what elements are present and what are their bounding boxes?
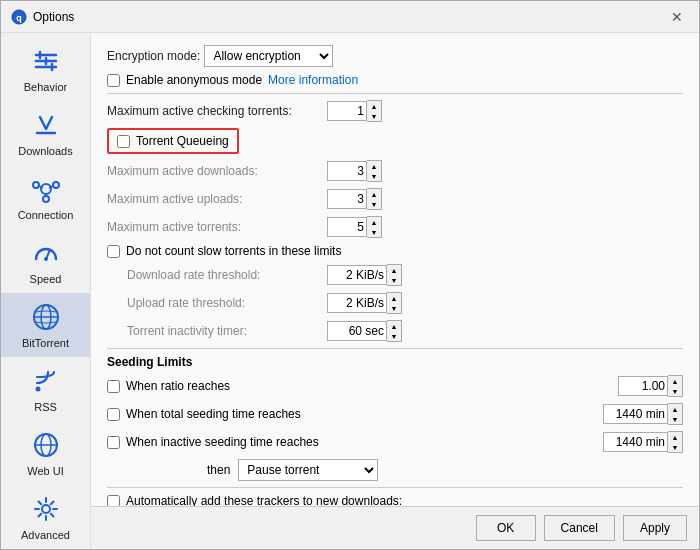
- seeding-time-arrows: ▲ ▼: [668, 403, 683, 425]
- max-uploads-up[interactable]: ▲: [367, 189, 381, 199]
- max-downloads-up[interactable]: ▲: [367, 161, 381, 171]
- svg-point-25: [42, 505, 50, 513]
- apply-button[interactable]: Apply: [623, 515, 687, 541]
- max-uploads-down[interactable]: ▼: [367, 199, 381, 209]
- max-torrents-input[interactable]: 5: [327, 217, 367, 237]
- ratio-input[interactable]: 1.00: [618, 376, 668, 396]
- max-downloads-down[interactable]: ▼: [367, 171, 381, 181]
- upload-rate-up[interactable]: ▲: [387, 293, 401, 303]
- max-torrents-up[interactable]: ▲: [367, 217, 381, 227]
- max-torrents-row: Maximum active torrents: 5 ▲ ▼: [107, 216, 683, 238]
- sidebar: Behavior Downloads: [1, 33, 91, 549]
- max-downloads-label: Maximum active downloads:: [107, 164, 327, 178]
- title-bar-left: q Options: [11, 9, 74, 25]
- max-downloads-spinbox: 3 ▲ ▼: [327, 160, 382, 182]
- no-slow-row: Do not count slow torrents in these limi…: [107, 244, 683, 258]
- then-label: then: [207, 463, 230, 477]
- close-button[interactable]: ✕: [665, 7, 689, 27]
- download-rate-down[interactable]: ▼: [387, 275, 401, 285]
- connection-label: Connection: [18, 209, 74, 221]
- download-rate-up[interactable]: ▲: [387, 265, 401, 275]
- max-torrents-arrows: ▲ ▼: [367, 216, 382, 238]
- inactivity-input[interactable]: 60 sec: [327, 321, 387, 341]
- encryption-mode-select[interactable]: Allow encryptionForce encryptionDisable …: [204, 45, 333, 67]
- max-uploads-input[interactable]: 3: [327, 189, 367, 209]
- sidebar-item-advanced[interactable]: Advanced: [1, 485, 90, 549]
- inactive-seeding-checkbox[interactable]: [107, 436, 120, 449]
- advanced-label: Advanced: [21, 529, 70, 541]
- download-rate-label: Download rate threshold:: [107, 268, 327, 282]
- max-checking-down[interactable]: ▼: [367, 111, 381, 121]
- inactivity-up[interactable]: ▲: [387, 321, 401, 331]
- max-downloads-input[interactable]: 3: [327, 161, 367, 181]
- seeding-time-spinbox: 1440 min ▲ ▼: [603, 403, 683, 425]
- encryption-mode-row: Encryption mode: Allow encryptionForce e…: [107, 45, 683, 67]
- inactivity-row: Torrent inactivity timer: 60 sec ▲ ▼: [107, 320, 683, 342]
- sidebar-item-bittorrent[interactable]: BitTorrent: [1, 293, 90, 357]
- auto-trackers-label: Automatically add these trackers to new …: [126, 494, 402, 506]
- upload-rate-input[interactable]: 2 KiB/s: [327, 293, 387, 313]
- upload-rate-row: Upload rate threshold: 2 KiB/s ▲ ▼: [107, 292, 683, 314]
- inactive-seeding-arrows: ▲ ▼: [668, 431, 683, 453]
- max-torrents-label: Maximum active torrents:: [107, 220, 327, 234]
- max-downloads-arrows: ▲ ▼: [367, 160, 382, 182]
- inactive-seeding-down[interactable]: ▼: [668, 442, 682, 452]
- torrent-queueing-checkbox[interactable]: [117, 135, 130, 148]
- ratio-checkbox[interactable]: [107, 380, 120, 393]
- max-torrents-spinbox: 5 ▲ ▼: [327, 216, 382, 238]
- auto-trackers-checkbox[interactable]: [107, 495, 120, 507]
- no-slow-checkbox[interactable]: [107, 245, 120, 258]
- svg-point-10: [33, 182, 39, 188]
- seeding-time-up[interactable]: ▲: [668, 404, 682, 414]
- max-checking-up[interactable]: ▲: [367, 101, 381, 111]
- ratio-arrows: ▲ ▼: [668, 375, 683, 397]
- svg-point-9: [41, 184, 51, 194]
- ratio-up[interactable]: ▲: [668, 376, 682, 386]
- sidebar-item-speed[interactable]: Speed: [1, 229, 90, 293]
- app-icon: q: [11, 9, 27, 25]
- bittorrent-label: BitTorrent: [22, 337, 69, 349]
- max-checking-spinbox: 1 ▲ ▼: [327, 100, 382, 122]
- inactive-seeding-up[interactable]: ▲: [668, 432, 682, 442]
- ratio-row: When ratio reaches 1.00 ▲ ▼: [107, 375, 683, 397]
- inactive-seeding-input[interactable]: 1440 min: [603, 432, 668, 452]
- anonymous-mode-label: Enable anonymous mode: [126, 73, 262, 87]
- cancel-button[interactable]: Cancel: [544, 515, 615, 541]
- sidebar-item-downloads[interactable]: Downloads: [1, 101, 90, 165]
- divider-3: [107, 487, 683, 488]
- sidebar-item-behavior[interactable]: Behavior: [1, 37, 90, 101]
- divider-1: [107, 93, 683, 94]
- sidebar-item-webui[interactable]: Web UI: [1, 421, 90, 485]
- no-slow-label: Do not count slow torrents in these limi…: [126, 244, 341, 258]
- max-uploads-arrows: ▲ ▼: [367, 188, 382, 210]
- max-checking-input[interactable]: 1: [327, 101, 367, 121]
- seeding-time-down[interactable]: ▼: [668, 414, 682, 424]
- pause-torrent-select[interactable]: Pause torrentRemove torrentStop torrent: [238, 459, 378, 481]
- seeding-time-input[interactable]: 1440 min: [603, 404, 668, 424]
- max-uploads-label: Maximum active uploads:: [107, 192, 327, 206]
- max-torrents-down[interactable]: ▼: [367, 227, 381, 237]
- sidebar-item-connection[interactable]: Connection: [1, 165, 90, 229]
- more-information-link[interactable]: More information: [268, 73, 358, 87]
- downloads-label: Downloads: [18, 145, 72, 157]
- download-rate-input[interactable]: 2 KiB/s: [327, 265, 387, 285]
- upload-rate-arrows: ▲ ▼: [387, 292, 402, 314]
- max-uploads-row: Maximum active uploads: 3 ▲ ▼: [107, 188, 683, 210]
- upload-rate-label: Upload rate threshold:: [107, 296, 327, 310]
- upload-rate-down[interactable]: ▼: [387, 303, 401, 313]
- sidebar-item-rss[interactable]: RSS: [1, 357, 90, 421]
- upload-rate-spinbox: 2 KiB/s ▲ ▼: [327, 292, 402, 314]
- settings-area: Encryption mode: Allow encryptionForce e…: [91, 33, 699, 506]
- speed-icon: [30, 237, 62, 269]
- inactive-seeding-spinbox: 1440 min ▲ ▼: [603, 431, 683, 453]
- ratio-down[interactable]: ▼: [668, 386, 682, 396]
- rss-label: RSS: [34, 401, 57, 413]
- inactivity-down[interactable]: ▼: [387, 331, 401, 341]
- seeding-time-row: When total seeding time reaches 1440 min…: [107, 403, 683, 425]
- svg-text:q: q: [16, 13, 22, 23]
- ok-button[interactable]: OK: [476, 515, 536, 541]
- footer: OK Cancel Apply: [91, 506, 699, 549]
- anonymous-mode-checkbox[interactable]: [107, 74, 120, 87]
- seeding-time-checkbox[interactable]: [107, 408, 120, 421]
- inactivity-label: Torrent inactivity timer:: [107, 324, 327, 338]
